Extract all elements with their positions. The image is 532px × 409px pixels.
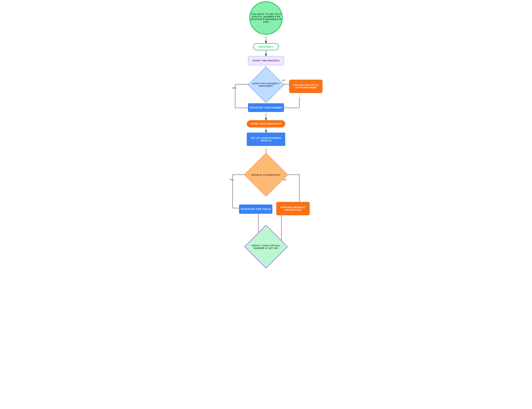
enable-automation-node: ENABLE AUTOMATION? — [244, 153, 288, 197]
choose-frejun-label: CHOOSE FREJUN AS YOUR PROVIDER — [289, 84, 322, 89]
choose-frejun-node: CHOOSE FREJUN AS YOUR PROVIDER — [289, 80, 322, 93]
chosen-provider-node: HAVE YOU CHOSEN A PROVIDER? — [248, 67, 284, 103]
flowchart: YOU WANT TO SET UP A VIRTUAL NUMBER FOR … — [163, 0, 369, 409]
no2-label: NO — [283, 179, 287, 181]
great-end-label: GREAT, YOUR VIRTUAL NUMBER IS SET UP! — [247, 227, 286, 267]
awesome-label: AWESOME!!! — [258, 45, 274, 48]
verify-whatsapp-label: VERIFY WITH WHATSAPP — [250, 123, 281, 125]
yes1-label: YES — [232, 87, 236, 89]
business-profile-label: SET UP YOUR BUSINESS PROFILE — [247, 137, 285, 142]
integrate-crm-node: INTEGRATE CRM TOOLS — [239, 204, 272, 214]
proceed-without-node: PROCEED WITHOUT AUTOMATION — [276, 202, 310, 215]
great-end-node: GREAT, YOUR VIRTUAL NUMBER IS SET UP! — [244, 225, 288, 268]
proceed-without-label: PROCEED WITHOUT AUTOMATION — [277, 206, 309, 211]
yes2-label: YES — [230, 179, 234, 181]
start-label: YOU WANT TO SET UP A VIRTUAL NUMBER FOR … — [250, 13, 282, 23]
integrate-crm-label: INTEGRATE CRM TOOLS — [241, 208, 271, 210]
start-process-node: START THE PROCESS — [248, 56, 284, 65]
register-number-label: REGISTER YOUR NUMBER — [250, 106, 282, 109]
start-process-label: START THE PROCESS — [253, 59, 280, 62]
enable-automation-label: ENABLE AUTOMATION? — [246, 155, 286, 195]
awesome-node: AWESOME!!! — [253, 43, 279, 50]
start-node: YOU WANT TO SET UP A VIRTUAL NUMBER FOR … — [249, 1, 283, 35]
verify-whatsapp-node: VERIFY WITH WHATSAPP — [247, 120, 285, 127]
business-profile-node: SET UP YOUR BUSINESS PROFILE — [247, 133, 285, 146]
no1-label: NO — [282, 79, 285, 81]
register-number-node: REGISTER YOUR NUMBER — [248, 103, 284, 112]
chosen-provider-label: HAVE YOU CHOSEN A PROVIDER? — [250, 68, 282, 101]
